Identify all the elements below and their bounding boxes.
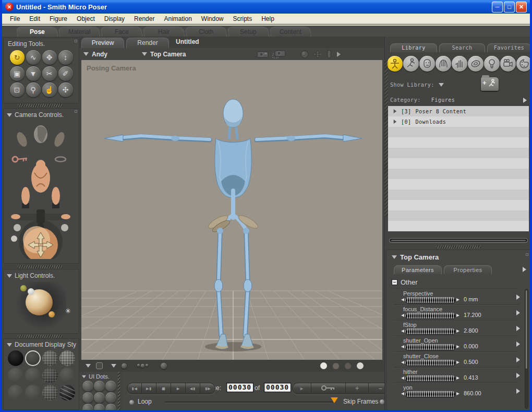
figure-menu[interactable]: Andy (92, 51, 107, 58)
tab-parameters[interactable]: Parameters (394, 265, 442, 274)
camera-menu-dropdown-icon[interactable] (142, 52, 147, 56)
light-dot-icon[interactable] (28, 288, 34, 295)
ui-dot-5[interactable] (94, 392, 105, 403)
maximize-button[interactable]: □ (504, 2, 515, 13)
ui-dot-7[interactable] (82, 404, 93, 412)
parameter-dial[interactable] (405, 391, 455, 397)
menu-window[interactable]: Window (197, 15, 228, 22)
color-tool-icon[interactable]: ✐ (58, 66, 73, 81)
show-library-dropdown-icon[interactable] (439, 83, 444, 87)
ui-dot-1[interactable] (82, 381, 93, 392)
ui-dot-3[interactable] (105, 381, 116, 392)
loop-toggle[interactable] (129, 400, 134, 405)
panel-corner-box[interactable] (526, 253, 528, 256)
style-texture-full[interactable] (59, 385, 75, 401)
first-frame-button[interactable]: ▮◀ (127, 383, 142, 394)
add-library-folder-icon[interactable]: + (481, 77, 499, 91)
translate-tool-icon[interactable]: ✥ (42, 50, 57, 65)
tab-hair[interactable]: Hair (143, 27, 185, 37)
style-lit-wireframe[interactable] (8, 368, 23, 383)
ui-dot-9[interactable] (105, 404, 116, 412)
translate-inout-tool-icon[interactable]: ↕ (58, 50, 73, 65)
materials-category-icon[interactable] (516, 56, 532, 72)
next-frame-button[interactable]: ▮▶ (200, 383, 215, 394)
light-globe[interactable] (14, 282, 66, 329)
camera-view-icon[interactable] (257, 49, 269, 60)
menu-display[interactable]: Display (100, 15, 129, 22)
title-bar[interactable]: ✕ Untitled - Smith Micro Poser ─ □ ✕ (2, 0, 530, 14)
twist-tool-icon[interactable]: ∿ (26, 50, 41, 65)
panel-corner-box[interactable] (75, 40, 77, 42)
camera-flash-icon[interactable] (272, 49, 286, 60)
poses-category-icon[interactable] (403, 56, 419, 72)
param-menu-icon[interactable] (516, 373, 520, 378)
param-menu-icon[interactable] (516, 389, 520, 394)
frame-all-icon[interactable] (96, 362, 103, 369)
skip-frames-toggle[interactable] (380, 399, 384, 404)
stop-button[interactable]: ■ (156, 383, 171, 394)
light-dot-icon[interactable] (20, 285, 27, 291)
hair-category-icon[interactable] (436, 56, 451, 72)
panel-splitter[interactable] (18, 335, 63, 338)
morphing-tool-icon[interactable]: ☝ (42, 83, 57, 97)
footer-dropdown-icon[interactable] (111, 364, 116, 368)
style-flat-shaded[interactable] (25, 368, 41, 383)
move-cross-icon[interactable] (312, 49, 323, 60)
panel-splitter[interactable] (18, 265, 63, 268)
tab-render[interactable]: Render (126, 38, 169, 48)
style-outline[interactable] (25, 350, 41, 366)
current-frame-field[interactable]: 00030 (226, 383, 253, 392)
ui-dot-8[interactable] (94, 404, 105, 412)
light-dot-icon[interactable] (49, 311, 55, 317)
camera-controls-graphic[interactable] (6, 121, 75, 259)
style-hidden-line[interactable] (59, 350, 75, 366)
figure-menu-dropdown-icon[interactable] (83, 52, 89, 56)
library-hscrollbar[interactable] (389, 238, 528, 243)
total-frames-field[interactable]: 00030 (264, 383, 291, 392)
keyframe-button[interactable] (311, 383, 346, 394)
sun-icon[interactable]: ✳ (65, 307, 71, 315)
parameters-vscrollbar[interactable] (525, 289, 528, 409)
depth-cue-icon[interactable] (122, 363, 127, 369)
chain-break-tool-icon[interactable]: ✂ (42, 66, 57, 81)
shadow-toggle-icon[interactable] (161, 363, 167, 369)
finger-icon[interactable] (327, 49, 332, 60)
previous-frame-button[interactable]: ◀▮ (186, 383, 200, 394)
param-menu-icon[interactable] (516, 326, 520, 331)
lights-category-icon[interactable] (484, 56, 500, 72)
menu-file[interactable]: File (5, 15, 25, 22)
param-menu-icon[interactable] (516, 295, 520, 300)
parameters-expand-icon[interactable] (523, 267, 526, 272)
style-cartoon[interactable] (59, 368, 75, 383)
parameter-dial[interactable] (405, 313, 455, 319)
tab-favorites[interactable]: Favorites (487, 43, 531, 52)
panel-splitter[interactable] (18, 104, 63, 107)
menu-render[interactable]: Render (129, 15, 159, 22)
menu-object[interactable]: Object (72, 15, 100, 22)
rotate-tool-icon[interactable]: ↻ (10, 50, 25, 65)
menu-scripts[interactable]: Scripts (228, 15, 257, 22)
library-splitter[interactable] (436, 245, 481, 249)
tab-properties[interactable]: Properties (444, 265, 492, 274)
direct-manipulation-tool-icon[interactable]: ✣ (58, 83, 73, 97)
ui-dot-4[interactable] (82, 392, 93, 403)
style-wireframe[interactable] (42, 350, 58, 366)
add-keyframe-button[interactable]: + (346, 383, 369, 394)
taper-tool-icon[interactable]: ▼ (26, 66, 41, 81)
tab-content[interactable]: Content (270, 27, 312, 37)
view-magnifier-tool-icon[interactable]: ⚲ (26, 83, 41, 97)
hands-category-icon[interactable] (452, 56, 467, 72)
style-texture-shaded[interactable] (42, 385, 58, 401)
timeline-marker[interactable] (331, 397, 338, 403)
header-expand-icon[interactable] (337, 52, 341, 57)
page-dots[interactable] (320, 362, 364, 369)
minimize-button[interactable]: ─ (492, 2, 503, 13)
cameras-category-icon[interactable] (500, 56, 516, 72)
style-smooth-shaded[interactable] (8, 385, 23, 401)
style-flat-lined[interactable] (42, 368, 58, 383)
viewport[interactable]: Posing Camera (81, 60, 382, 360)
collapse-section-checkbox[interactable] (392, 279, 397, 285)
param-menu-icon[interactable] (516, 310, 520, 315)
param-menu-icon[interactable] (516, 357, 520, 362)
parameter-dial[interactable] (405, 375, 455, 381)
